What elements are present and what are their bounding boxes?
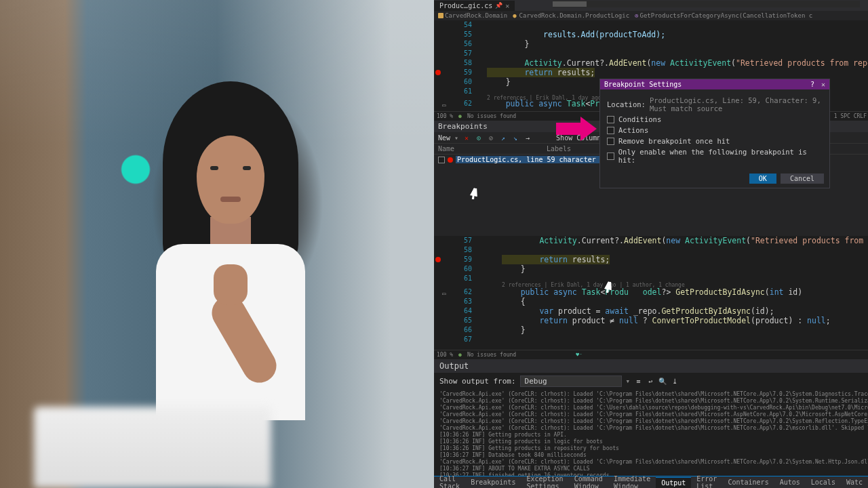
breadcrumb-class[interactable]: ●CarvedRock.Domain.ProductLogic (513, 12, 629, 19)
presenter-photo (0, 0, 434, 488)
line-number: 57 (453, 49, 472, 58)
code-line: results.Add(productToAdd); (487, 30, 868, 39)
code-line: public async Task<Produ odel?> GetProduc… (502, 287, 868, 297)
enable-all-icon[interactable]: ⊙ (475, 134, 483, 142)
close-icon[interactable]: ✕ (821, 81, 825, 88)
breakpoint-icon[interactable] (435, 257, 441, 262)
health-icon: ♥⁻ (576, 352, 583, 358)
line-number: 64 (453, 306, 472, 316)
new-breakpoint-button[interactable]: New (438, 134, 450, 142)
project-icon (438, 13, 443, 18)
editor-status-bar-2: 100 % ● No issues found ♥⁻ (434, 350, 868, 359)
output-panel: Output Show output from: Debug ▾ ≡ ↩ 🔍 ⤓… (434, 359, 868, 487)
col-labels[interactable]: Labels (547, 145, 571, 152)
code-line: return results; (487, 68, 868, 77)
breakpoint-icon[interactable] (435, 70, 441, 75)
find-icon[interactable]: 🔍 (658, 378, 667, 386)
method-glyph-icon: ▭ (442, 100, 449, 107)
checkbox-actions[interactable] (607, 127, 614, 134)
line-number: 67 (453, 335, 472, 344)
code-line: return product ≠ null ? ConvertToProduct… (502, 316, 868, 325)
close-icon[interactable]: ✕ (505, 2, 509, 9)
import-icon[interactable]: ↘ (511, 134, 519, 142)
code-line: Activity.Current?.AddEvent(new ActivityE… (487, 58, 868, 68)
pin-icon[interactable]: 📌 (495, 2, 502, 9)
line-number: 63 (453, 297, 472, 306)
dirty-indicator-icon: ● (513, 12, 516, 19)
cancel-button[interactable]: Cancel (781, 174, 824, 184)
ok-button[interactable]: OK (749, 174, 776, 184)
checkbox-remove-once-hit[interactable] (607, 138, 614, 145)
bottom-tab-call-stack[interactable]: Call Stack (434, 474, 465, 489)
bottom-tab-containers[interactable]: Containers (722, 477, 774, 487)
code-line: return results; (502, 255, 868, 264)
line-number: 61 (453, 87, 472, 96)
ok-icon: ● (458, 352, 462, 358)
clear-icon[interactable]: ≡ (634, 378, 642, 386)
checkbox-only-enable-when[interactable] (607, 152, 614, 160)
horizontal-scrollbar[interactable] (553, 1, 860, 7)
opt-only-enable: Only enable when the following breakpoin… (618, 148, 823, 164)
breakpoint-settings-dialog: Breakpoint Settings ?✕ Location:ProductL… (599, 79, 830, 188)
visual-studio-window: Produc…gic.cs 📌 ✕ CarvedRock.Domain ●Car… (434, 0, 868, 488)
issues-text: No issues found (467, 113, 516, 119)
line-number: 58 (453, 58, 472, 68)
output-text[interactable]: 'CarvedRock.Api.exe' (CoreCLR: clrhost):… (434, 390, 868, 487)
code-editor-bottom[interactable]: 57 Activity.Current?.AddEvent(new Activi… (434, 236, 868, 350)
delete-icon[interactable]: ✕ (462, 134, 471, 142)
line-number: 59 (453, 255, 472, 264)
line-number: 66 (453, 325, 472, 335)
code-line: } (502, 264, 868, 274)
opt-remove: Remove breakpoint once hit (618, 137, 730, 145)
dialog-title: Breakpoint Settings (604, 81, 682, 88)
code-line: var product = await _repo.GetProductById… (502, 306, 868, 316)
dialog-titlebar[interactable]: Breakpoint Settings ?✕ (600, 79, 829, 89)
zoom-level[interactable]: 100 % (437, 352, 453, 358)
output-source-label: Show output from: (439, 377, 516, 386)
breadcrumb-namespace[interactable]: CarvedRock.Domain (438, 12, 507, 19)
bottom-tab-exception-settings[interactable]: Exception Settings (521, 474, 568, 489)
col-name[interactable]: Name (438, 145, 547, 152)
location-label: Location: (607, 100, 646, 108)
line-number: 58 (453, 245, 472, 255)
bottom-tab-locals[interactable]: Locals (806, 477, 841, 487)
breadcrumb-method[interactable]: ⊙GetProductsForCategoryAsync(Cancellatio… (635, 12, 812, 19)
person-silhouette (136, 81, 326, 420)
bottom-tab-error-list[interactable]: Error List (691, 474, 722, 489)
breakpoint-icon (448, 157, 453, 163)
zoom-level[interactable]: 100 % (437, 113, 453, 119)
line-number: 60 (453, 264, 472, 274)
bottom-tab-command-window[interactable]: Command Window (569, 474, 608, 489)
line-number: 59 (453, 68, 472, 77)
code-line: Activity.Current?.AddEvent(new ActivityE… (502, 236, 868, 245)
line-number: 61 (453, 274, 472, 283)
nav-breadcrumb: CarvedRock.Domain ●CarvedRock.Domain.Pro… (434, 11, 868, 20)
issues-text: No issues found (467, 352, 516, 358)
line-number: 56 (453, 39, 472, 49)
bottom-tab-breakpoints[interactable]: Breakpoints (465, 477, 521, 487)
code-line: } (487, 39, 868, 49)
disable-all-icon[interactable]: ⊘ (487, 134, 495, 142)
bottom-tab-immediate-window[interactable]: Immediate Window (608, 474, 656, 489)
opt-actions: Actions (618, 126, 648, 134)
method-glyph-icon: ▭ (442, 289, 449, 296)
help-icon[interactable]: ? (810, 81, 814, 88)
line-number: 62 (453, 99, 472, 108)
bottom-tab-autos[interactable]: Autos (774, 477, 806, 487)
code-line: { (502, 297, 868, 306)
output-source-select[interactable]: Debug (520, 375, 622, 387)
goto-icon[interactable]: → (524, 134, 532, 142)
file-tab-productlogic[interactable]: Produc…gic.cs 📌 ✕ (434, 1, 515, 11)
bottom-tab-output[interactable]: Output (656, 477, 691, 488)
line-number: 54 (453, 20, 472, 30)
toggle-wrap-icon[interactable]: ↩ (646, 378, 654, 386)
ok-icon: ● (458, 113, 462, 119)
lock-scroll-icon[interactable]: ⤓ (671, 378, 679, 386)
checkbox[interactable] (438, 157, 445, 163)
line-number: 65 (453, 316, 472, 325)
export-icon[interactable]: ↗ (499, 134, 507, 142)
tab-label: Produc…gic.cs (439, 2, 492, 9)
bottom-tab-watc[interactable]: Watc (841, 477, 868, 487)
laptop-prop (34, 407, 271, 488)
checkbox-conditions[interactable] (607, 116, 614, 123)
